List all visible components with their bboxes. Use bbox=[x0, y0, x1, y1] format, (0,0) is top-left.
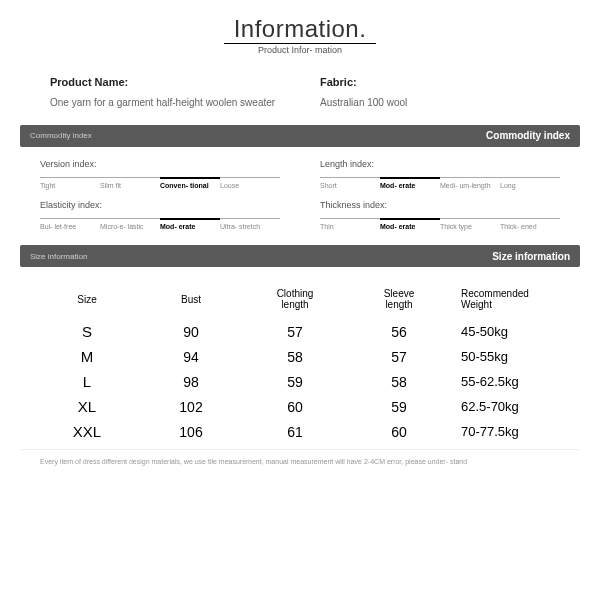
index-option: Bul- let-free bbox=[40, 219, 100, 231]
table-row: L98595855-62.5kg bbox=[35, 369, 565, 394]
table-cell: 60 bbox=[243, 399, 347, 415]
product-name-value: One yarn for a garment half-height woole… bbox=[50, 96, 280, 110]
index-group: Version index:TightSlim fitConven- tiona… bbox=[40, 159, 280, 190]
header: Information. Product Infor- mation bbox=[20, 15, 580, 56]
table-header-cell: Sleeve length bbox=[347, 288, 451, 315]
index-group: Thickness index:ThinMod- erateThick type… bbox=[320, 200, 560, 231]
table-cell: 57 bbox=[347, 349, 451, 365]
size-info-bar: Size information Size information bbox=[20, 245, 580, 267]
table-cell: 70-77.5kg bbox=[451, 424, 565, 439]
bar-left-label: Commodity index bbox=[30, 131, 92, 140]
table-cell: 56 bbox=[347, 324, 451, 340]
table-row: S90575645-50kg bbox=[35, 319, 565, 344]
table-cell: L bbox=[35, 373, 139, 390]
table-cell: 102 bbox=[139, 399, 243, 415]
table-row: M94585750-55kg bbox=[35, 344, 565, 369]
table-header-cell: Recommended Weight bbox=[451, 288, 565, 315]
index-title: Thickness index: bbox=[320, 200, 560, 210]
table-header-cell: Bust bbox=[139, 294, 243, 310]
index-option: Long bbox=[500, 178, 560, 190]
index-option: Medi- um-length bbox=[440, 178, 500, 190]
index-option: Thick- ened bbox=[500, 219, 560, 231]
table-cell: 45-50kg bbox=[451, 324, 565, 339]
table-cell: 55-62.5kg bbox=[451, 374, 565, 389]
index-option: Ultra- stretch bbox=[220, 219, 280, 231]
size-table: SizeBustClothing lengthSleeve lengthReco… bbox=[20, 279, 580, 444]
table-cell: 57 bbox=[243, 324, 347, 340]
index-title: Elasticity index: bbox=[40, 200, 280, 210]
table-header-row: SizeBustClothing lengthSleeve lengthReco… bbox=[35, 284, 565, 319]
table-cell: 98 bbox=[139, 374, 243, 390]
index-group: Elasticity index:Bul- let-freeMicro-e- l… bbox=[40, 200, 280, 231]
table-row: XXL106616070-77.5kg bbox=[35, 419, 565, 444]
product-info: Product Name: One yarn for a garment hal… bbox=[20, 71, 580, 125]
index-option: Thick type bbox=[440, 219, 500, 231]
product-name-label: Product Name: bbox=[50, 76, 280, 88]
fabric-block: Fabric: Australian 100 wool bbox=[320, 76, 550, 110]
bar-right-label: Size information bbox=[492, 251, 570, 262]
index-option: Mod- erate bbox=[160, 218, 220, 231]
index-option: Mod- erate bbox=[380, 177, 440, 190]
bar-left-label: Size information bbox=[30, 252, 87, 261]
table-row: XL102605962.5-70kg bbox=[35, 394, 565, 419]
table-cell: 106 bbox=[139, 424, 243, 440]
table-cell: 60 bbox=[347, 424, 451, 440]
table-cell: XXL bbox=[35, 423, 139, 440]
index-option: Loose bbox=[220, 178, 280, 190]
page-title: Information. bbox=[224, 15, 377, 44]
page-subtitle: Product Infor- mation bbox=[20, 46, 580, 56]
index-option: Mod- erate bbox=[380, 218, 440, 231]
index-scale: ShortMod- erateMedi- um-lengthLong bbox=[320, 177, 560, 190]
index-grid: Version index:TightSlim fitConven- tiona… bbox=[20, 159, 580, 245]
measurement-note: Every item of dress different design mat… bbox=[20, 449, 580, 466]
table-header-cell: Size bbox=[35, 294, 139, 310]
index-title: Length index: bbox=[320, 159, 560, 169]
index-option: Slim fit bbox=[100, 178, 160, 190]
fabric-label: Fabric: bbox=[320, 76, 550, 88]
fabric-value: Australian 100 wool bbox=[320, 96, 550, 110]
index-scale: TightSlim fitConven- tionalLoose bbox=[40, 177, 280, 190]
index-title: Version index: bbox=[40, 159, 280, 169]
table-cell: S bbox=[35, 323, 139, 340]
index-option: Thin bbox=[320, 219, 380, 231]
table-cell: 94 bbox=[139, 349, 243, 365]
table-cell: XL bbox=[35, 398, 139, 415]
table-cell: 62.5-70kg bbox=[451, 399, 565, 414]
product-name-block: Product Name: One yarn for a garment hal… bbox=[50, 76, 280, 110]
bar-right-label: Commodity index bbox=[486, 130, 570, 141]
table-cell: 50-55kg bbox=[451, 349, 565, 364]
table-cell: M bbox=[35, 348, 139, 365]
table-cell: 61 bbox=[243, 424, 347, 440]
index-scale: ThinMod- erateThick typeThick- ened bbox=[320, 218, 560, 231]
index-option: Conven- tional bbox=[160, 177, 220, 190]
commodity-index-bar: Commodity index Commodity index bbox=[20, 125, 580, 147]
index-option: Micro-e- lastic bbox=[100, 219, 160, 231]
table-cell: 59 bbox=[243, 374, 347, 390]
index-scale: Bul- let-freeMicro-e- lasticMod- erateUl… bbox=[40, 218, 280, 231]
table-cell: 58 bbox=[243, 349, 347, 365]
table-cell: 58 bbox=[347, 374, 451, 390]
index-option: Tight bbox=[40, 178, 100, 190]
table-header-cell: Clothing length bbox=[243, 288, 347, 315]
table-cell: 59 bbox=[347, 399, 451, 415]
index-option: Short bbox=[320, 178, 380, 190]
table-cell: 90 bbox=[139, 324, 243, 340]
index-group: Length index:ShortMod- erateMedi- um-len… bbox=[320, 159, 560, 190]
